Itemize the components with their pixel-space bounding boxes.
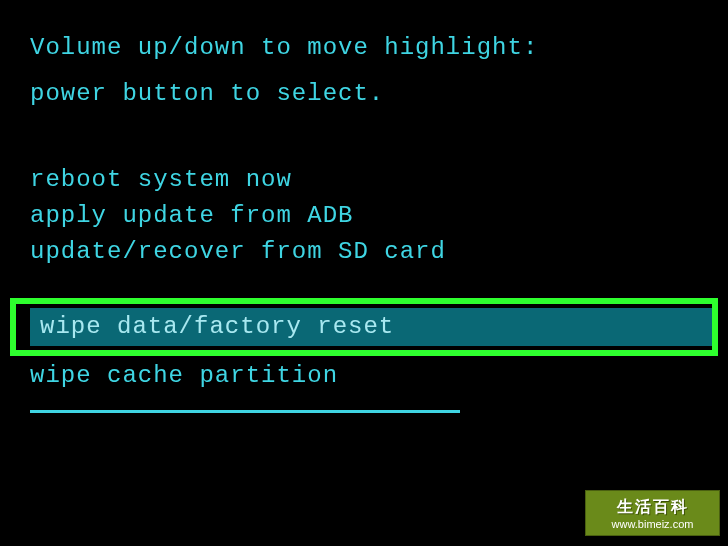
instruction-line-2: power button to select. bbox=[30, 76, 728, 112]
menu-item-reboot[interactable]: reboot system now bbox=[30, 162, 728, 198]
menu-item-update-sd[interactable]: update/recover from SD card bbox=[30, 234, 728, 270]
instruction-line-1: Volume up/down to move highlight: bbox=[30, 30, 728, 66]
menu-separator bbox=[30, 410, 460, 413]
menu-item-wipe-cache[interactable]: wipe cache partition bbox=[30, 358, 338, 394]
menu-item-wipe-data-selected[interactable]: wipe data/factory reset bbox=[30, 308, 718, 346]
watermark-url: www.bimeiz.com bbox=[612, 518, 694, 530]
watermark-badge: 生活百科 www.bimeiz.com bbox=[585, 490, 720, 536]
menu-item-apply-adb[interactable]: apply update from ADB bbox=[30, 198, 728, 234]
recovery-screen: Volume up/down to move highlight: power … bbox=[0, 0, 728, 270]
watermark-title: 生活百科 bbox=[617, 497, 689, 518]
spacer bbox=[30, 122, 728, 162]
menu-below-selected: wipe cache partition bbox=[30, 358, 338, 394]
